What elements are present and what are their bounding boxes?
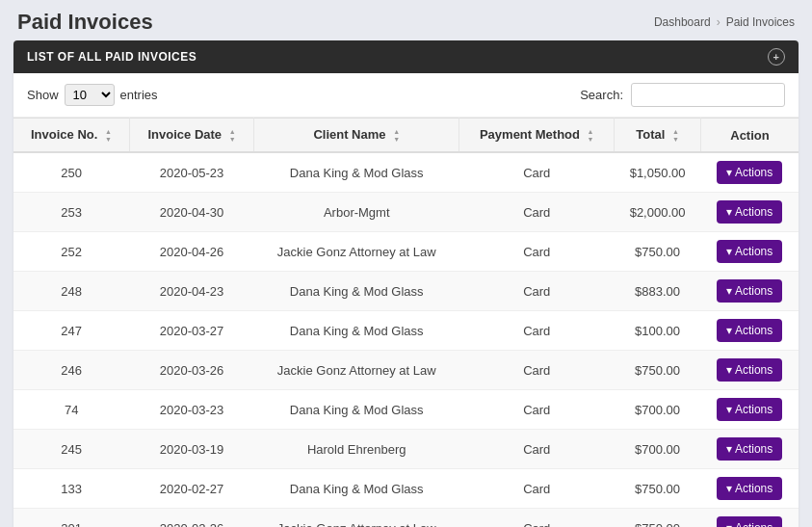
cell-invoice_no: 74 xyxy=(13,390,129,430)
cell-total: $100.00 xyxy=(615,311,701,351)
cell-date: 2020-03-26 xyxy=(129,351,253,390)
cell-payment: Card xyxy=(459,509,615,527)
cell-total: $700.00 xyxy=(615,430,701,469)
entries-label: entries xyxy=(120,88,158,102)
cell-client: Dana King & Mod Glass xyxy=(254,152,459,193)
card-header-icon[interactable]: + xyxy=(768,48,785,66)
table-header-row: Invoice No. ▲▼ Invoice Date ▲▼ Client Na… xyxy=(13,119,799,153)
cell-payment: Card xyxy=(459,469,615,509)
col-payment-method[interactable]: Payment Method ▲▼ xyxy=(459,119,615,153)
search-input[interactable] xyxy=(631,83,785,107)
table-row: 2532020-04-30Arbor-MgmtCard$2,000.00▾ Ac… xyxy=(13,193,799,232)
cell-client: Dana King & Mod Glass xyxy=(254,469,459,509)
table-row: 742020-03-23Dana King & Mod GlassCard$70… xyxy=(13,390,799,430)
actions-button[interactable]: ▾ Actions xyxy=(717,516,782,527)
actions-button[interactable]: ▾ Actions xyxy=(717,240,782,263)
cell-date: 2020-04-23 xyxy=(129,272,253,311)
top-bar: Paid Invoices Dashboard › Paid Invoices xyxy=(0,0,812,40)
sort-arrows-invoice-no: ▲▼ xyxy=(105,128,112,143)
cell-invoice_no: 245 xyxy=(13,430,129,469)
actions-button[interactable]: ▾ Actions xyxy=(717,319,782,342)
cell-action: ▾ Actions xyxy=(700,232,799,272)
cell-date: 2020-04-30 xyxy=(129,193,253,232)
cell-payment: Card xyxy=(459,311,615,351)
cell-action: ▾ Actions xyxy=(700,469,799,509)
cell-date: 2020-04-26 xyxy=(129,232,253,272)
cell-client: Harold Ehrenberg xyxy=(254,430,459,469)
breadcrumb-separator: › xyxy=(717,15,720,29)
cell-action: ▾ Actions xyxy=(700,430,799,469)
actions-button[interactable]: ▾ Actions xyxy=(717,200,782,224)
table-row: 2462020-03-26Jackie Gonz Attorney at Law… xyxy=(13,351,799,390)
search-label: Search: xyxy=(580,88,623,102)
actions-button[interactable]: ▾ Actions xyxy=(717,279,782,303)
page-title: Paid Invoices xyxy=(17,10,153,35)
table-row: 2472020-03-27Dana King & Mod GlassCard$1… xyxy=(13,311,799,351)
col-invoice-date[interactable]: Invoice Date ▲▼ xyxy=(129,119,253,153)
cell-payment: Card xyxy=(459,351,615,390)
table-controls: Show 10 25 50 100 entries Search: xyxy=(13,73,799,118)
cell-date: 2020-05-23 xyxy=(129,152,253,193)
col-invoice-no[interactable]: Invoice No. ▲▼ xyxy=(13,119,129,153)
cell-invoice_no: 133 xyxy=(13,469,129,509)
cell-client: Dana King & Mod Glass xyxy=(254,272,459,311)
cell-total: $700.00 xyxy=(615,390,701,430)
cell-date: 2020-03-27 xyxy=(129,311,253,351)
invoices-table: Invoice No. ▲▼ Invoice Date ▲▼ Client Na… xyxy=(13,118,799,527)
actions-button[interactable]: ▾ Actions xyxy=(717,161,782,184)
cell-payment: Card xyxy=(459,430,615,469)
cell-client: Jackie Gonz Attorney at Law xyxy=(254,509,459,527)
cell-date: 2020-03-19 xyxy=(129,430,253,469)
cell-payment: Card xyxy=(459,390,615,430)
search-box: Search: xyxy=(580,83,785,107)
table-row: 2522020-04-26Jackie Gonz Attorney at Law… xyxy=(13,232,799,272)
cell-date: 2020-03-23 xyxy=(129,390,253,430)
cell-client: Dana King & Mod Glass xyxy=(254,311,459,351)
col-action: Action xyxy=(700,119,799,153)
card-header: LIST OF ALL PAID INVOICES + xyxy=(13,40,799,73)
cell-total: $1,050.00 xyxy=(615,152,701,193)
breadcrumb-home[interactable]: Dashboard xyxy=(654,15,711,29)
cell-payment: Card xyxy=(459,152,615,193)
cell-action: ▾ Actions xyxy=(700,351,799,390)
cell-action: ▾ Actions xyxy=(700,152,799,193)
cell-payment: Card xyxy=(459,193,615,232)
cell-total: $750.00 xyxy=(615,509,701,527)
cell-total: $750.00 xyxy=(615,351,701,390)
cell-action: ▾ Actions xyxy=(700,311,799,351)
sort-arrows-date: ▲▼ xyxy=(229,128,236,143)
breadcrumb-current: Paid Invoices xyxy=(726,15,795,29)
table-row: 2012020-02-26Jackie Gonz Attorney at Law… xyxy=(13,509,799,527)
cell-client: Jackie Gonz Attorney at Law xyxy=(254,232,459,272)
cell-invoice_no: 248 xyxy=(13,272,129,311)
show-label: Show xyxy=(27,88,59,102)
table-row: 1332020-02-27Dana King & Mod GlassCard$7… xyxy=(13,469,799,509)
actions-button[interactable]: ▾ Actions xyxy=(717,477,782,500)
sort-arrows-total: ▲▼ xyxy=(672,128,679,143)
show-entries: Show 10 25 50 100 entries xyxy=(27,84,158,106)
card-header-title: LIST OF ALL PAID INVOICES xyxy=(27,50,196,64)
main-card: LIST OF ALL PAID INVOICES + Show 10 25 5… xyxy=(13,40,799,527)
table-row: 2452020-03-19Harold EhrenbergCard$700.00… xyxy=(13,430,799,469)
cell-invoice_no: 246 xyxy=(13,351,129,390)
table-row: 2502020-05-23Dana King & Mod GlassCard$1… xyxy=(13,152,799,193)
cell-date: 2020-02-27 xyxy=(129,469,253,509)
cell-invoice_no: 252 xyxy=(13,232,129,272)
cell-action: ▾ Actions xyxy=(700,193,799,232)
cell-total: $750.00 xyxy=(615,469,701,509)
cell-invoice_no: 247 xyxy=(13,311,129,351)
actions-button[interactable]: ▾ Actions xyxy=(717,398,782,421)
actions-button[interactable]: ▾ Actions xyxy=(717,437,782,461)
cell-payment: Card xyxy=(459,272,615,311)
cell-client: Jackie Gonz Attorney at Law xyxy=(254,351,459,390)
table-row: 2482020-04-23Dana King & Mod GlassCard$8… xyxy=(13,272,799,311)
col-total[interactable]: Total ▲▼ xyxy=(615,119,701,153)
col-client-name[interactable]: Client Name ▲▼ xyxy=(254,119,459,153)
cell-client: Arbor-Mgmt xyxy=(254,193,459,232)
cell-action: ▾ Actions xyxy=(700,509,799,527)
actions-button[interactable]: ▾ Actions xyxy=(717,358,782,382)
entries-select[interactable]: 10 25 50 100 xyxy=(65,84,115,106)
cell-payment: Card xyxy=(459,232,615,272)
cell-invoice_no: 253 xyxy=(13,193,129,232)
cell-date: 2020-02-26 xyxy=(129,509,253,527)
